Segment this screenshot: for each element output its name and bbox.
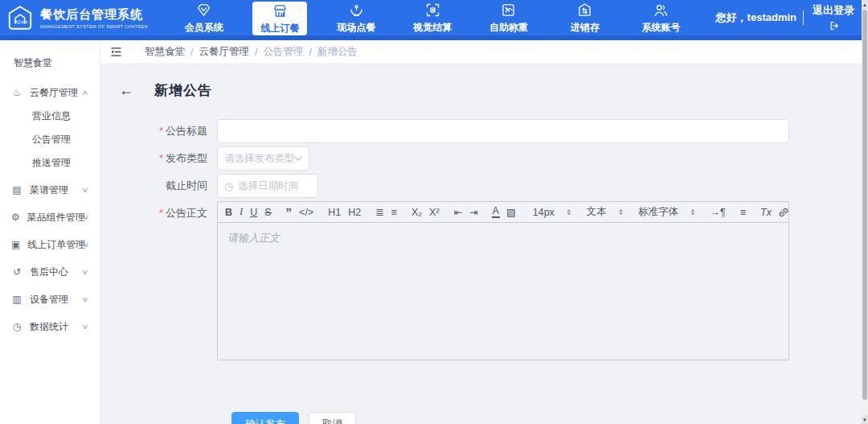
line-height-button[interactable]: ≡ (739, 207, 747, 218)
cancel-button[interactable]: 取消 (309, 412, 356, 424)
breadcrumb-label: 云餐厅管理 (199, 45, 249, 59)
sidebar-item-label: 智慧食堂 (14, 56, 90, 70)
required-mark: * (159, 207, 163, 219)
required-mark: * (159, 152, 163, 164)
sidebar-item-smart-canteen[interactable]: 智慧食堂 (0, 48, 100, 77)
font-size-select[interactable]: 14px⇕ (532, 207, 573, 218)
scrollbar-thumb[interactable] (862, 10, 867, 400)
link-button[interactable] (778, 207, 788, 218)
breadcrumb-label: 新增公告 (317, 45, 358, 59)
sidebar-item-label: 数据统计 (30, 320, 84, 334)
publish-type-select[interactable]: 请选择发布类型 (217, 146, 309, 171)
nav-item-membership-system[interactable]: 会员系统 (177, 0, 231, 35)
paragraph-style-select[interactable]: 文本⇕ (585, 205, 624, 219)
nav-item-inventory[interactable]: 进销存 (558, 0, 612, 35)
outdent-button[interactable]: ⇤ (453, 206, 463, 218)
select-chevron-down-icon (294, 156, 302, 161)
top-header: 智慧食堂 餐饮后台管理系统 MANAGEMENT SYSTEM OF SMART… (0, 0, 868, 35)
scrollbar-down-arrow[interactable]: ▼ (862, 415, 868, 424)
sidebar-item-label: 公告管理 (32, 133, 90, 146)
confirm-publish-button[interactable]: 确认发布 (231, 412, 299, 424)
deadline-placeholder: 选择日期时间 (238, 179, 311, 193)
sidebar-item-icon: ▥ (11, 294, 23, 305)
editor-toolbar: B I U (218, 202, 788, 223)
warehouse-transfer-icon (576, 2, 593, 19)
sidebar-item-label: 菜谱管理 (30, 183, 84, 197)
field-row-publish-type: *发布类型 请选择发布类型 (119, 146, 868, 171)
announcement-title-input[interactable] (217, 119, 789, 143)
sidebar-item-device-mgmt[interactable]: ▥ 设备管理 ∨ (0, 287, 100, 311)
vertical-scrollbar[interactable]: ▲ ▼ (862, 0, 868, 424)
sidebar-item-online-order-mgmt[interactable]: ▣ 线上订单管理 ∨ (0, 233, 100, 257)
announcement-body-label: *公告正文 (119, 201, 217, 225)
superscript-button[interactable]: X² (428, 207, 440, 218)
font-family-select[interactable]: 标准字体⇕ (637, 205, 697, 219)
app-subtitle: MANAGEMENT SYSTEM OF SMART CANTEEN (40, 24, 148, 29)
deadline-datetime-picker[interactable]: ◷ 选择日期时间 (217, 174, 318, 198)
chevron-icon: ∨ (82, 268, 103, 276)
crumb-cloud-restaurant[interactable]: / 云餐厅管理 (185, 45, 249, 59)
form-actions: 确认发布 取消 (119, 412, 868, 424)
sidebar-item-push-mgmt[interactable]: 推送管理 (0, 150, 100, 175)
breadcrumb-label: 公告管理 (263, 45, 303, 59)
chevron-icon: ∨ (82, 213, 103, 221)
subscript-button[interactable]: X₂ (411, 207, 423, 218)
editor-body[interactable]: 请输入正文 (218, 223, 788, 360)
sidebar-item-announcement-mgmt[interactable]: 公告管理 (0, 127, 100, 151)
scrollbar-up-arrow[interactable]: ▲ (862, 0, 868, 9)
nav-item-visual-checkout[interactable]: 视觉结算 (405, 0, 460, 35)
editor-placeholder: 请输入正文 (227, 231, 779, 245)
italic-button[interactable]: I (239, 206, 244, 218)
membership-gem-icon (195, 2, 212, 19)
text-color-button[interactable]: A (492, 206, 500, 218)
sidebar-item-label: 线上订单管理 (27, 238, 85, 252)
sidebar-item-icon: ▣ (11, 239, 20, 250)
heading2-button[interactable]: H2 (347, 207, 362, 218)
field-row-announcement-title: *公告标题 (119, 119, 868, 143)
bullet-list-button[interactable]: ≡ (391, 207, 398, 218)
rich-text-editor: B I U (217, 201, 789, 360)
chevron-icon: ∨ (82, 323, 103, 331)
app-title: 餐饮后台管理系统 (40, 7, 158, 23)
collapse-sidebar-icon[interactable] (110, 47, 122, 57)
field-row-announcement-body: *公告正文 B I (119, 201, 868, 360)
blockquote-button[interactable]: ” (285, 205, 293, 219)
strikethrough-button[interactable]: S (264, 207, 272, 218)
sidebar-item-business-info[interactable]: 营业信息 (0, 104, 100, 128)
chevron-icon: ∨ (82, 186, 103, 194)
sidebar-item-aftersales-center[interactable]: ↺ 售后中心 ∨ (0, 260, 100, 284)
field-row-deadline: 截止时间 ◷ 选择日期时间 (119, 174, 868, 198)
heading1-button[interactable]: H1 (327, 207, 342, 218)
text-direction-button[interactable]: →¶ (709, 207, 726, 218)
logo-badge-text: 智慧食堂 (14, 20, 28, 24)
highlight-color-button[interactable]: ▨ (506, 206, 517, 218)
logout-button[interactable]: 退出登录 (810, 2, 857, 34)
bold-button[interactable]: B (224, 207, 233, 218)
underline-button[interactable]: U (249, 207, 258, 218)
chevron-icon: ∨ (83, 241, 104, 249)
page-content: ← 新增公告 *公告标题 *发布类型 请选择发布类型 (100, 64, 868, 424)
sidebar-item-dish-component-mgmt[interactable]: ⚙ 菜品组件管理 ∨ (0, 205, 100, 229)
nav-item-onsite-ordering[interactable]: 现场点餐 (329, 0, 383, 35)
sidebar-item-menu-mgmt[interactable]: ▤ 菜谱管理 ∨ (0, 178, 100, 202)
indent-button[interactable]: ⇥ (469, 206, 478, 218)
code-block-button[interactable]: </> (298, 207, 314, 218)
sidebar-item-icon: ◷ (11, 321, 23, 332)
crumb-smart-canteen[interactable]: 智慧食堂 (133, 45, 185, 59)
nav-item-self-weighing[interactable]: 自助称重 (481, 0, 536, 35)
deadline-label: 截止时间 (119, 174, 217, 198)
chevron-icon: ∧ (82, 89, 103, 97)
clear-format-button[interactable]: Tx (760, 207, 772, 218)
crumb-announcement-mgmt[interactable]: / 公告管理 (249, 45, 303, 59)
publish-type-placeholder: 请选择发布类型 (224, 152, 294, 166)
app-logo-icon: 智慧食堂 (6, 4, 34, 31)
nav-item-system-accounts[interactable]: 系统账号 (634, 0, 689, 35)
ordered-list-button[interactable]: ≣ (375, 206, 384, 218)
sidebar-item-label: 营业信息 (32, 109, 90, 123)
sidebar-item-data-statistics[interactable]: ◷ 数据统计 ∨ (0, 315, 100, 339)
back-button[interactable]: ← (119, 83, 133, 97)
crumb-new-announcement: / 新增公告 (303, 45, 357, 59)
sidebar-item-cloud-restaurant[interactable]: ♨ 云餐厅管理 ∧ (0, 80, 100, 105)
nav-item-online-ordering[interactable]: 线上订餐 (252, 2, 307, 35)
sidebar-item-icon: ⚙ (11, 212, 20, 223)
